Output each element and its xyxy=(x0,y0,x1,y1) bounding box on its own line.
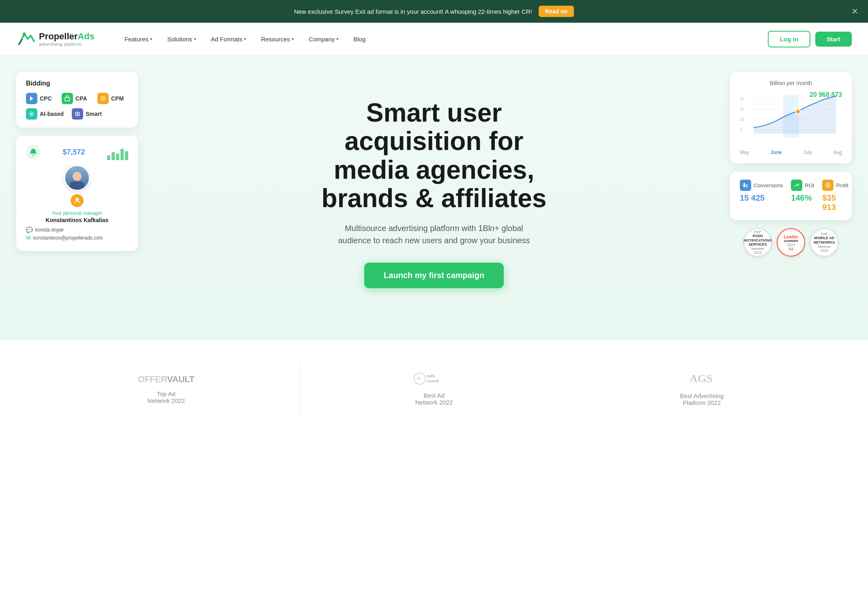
close-icon[interactable]: ✕ xyxy=(851,6,858,16)
traffic-summit-award: Best AdNetwork 2022 xyxy=(415,392,453,406)
traffic-summit-logo: ts traffic summit xyxy=(414,373,454,386)
nav-links: Features ▾ Solutions ▾ Ad Formats ▾ Reso… xyxy=(119,32,768,46)
ts-logo-svg: ts traffic summit xyxy=(414,373,454,385)
nav-company[interactable]: Company ▾ xyxy=(303,32,344,46)
top-banner: New exclusive Survey Exit ad format is i… xyxy=(0,0,868,23)
metric-conversions: Conversions 15 425 xyxy=(740,180,783,203)
svg-text:traffic: traffic xyxy=(427,374,436,378)
bid-ai[interactable]: AI-based xyxy=(26,108,64,120)
hero-title: Smart user acquisition for media agencie… xyxy=(322,98,547,213)
metric-profit-header: Profit xyxy=(822,180,848,191)
svg-text:0: 0 xyxy=(740,127,742,132)
profit-value: $35 913 xyxy=(822,193,848,212)
nav-solutions[interactable]: Solutions ▾ xyxy=(161,32,202,46)
ags-award: Best AdvertisingPlatform 2022 xyxy=(680,392,724,406)
svg-text:summit: summit xyxy=(427,379,439,383)
bid-smart[interactable]: Smart xyxy=(72,108,102,120)
svg-rect-18 xyxy=(746,184,748,187)
svg-point-4 xyxy=(31,113,32,115)
manager-row-top: $7,572 xyxy=(26,144,128,160)
cpm-icon xyxy=(97,93,109,104)
svg-rect-17 xyxy=(743,183,745,187)
cpa-icon xyxy=(62,93,73,104)
logo[interactable]: PropellerAds advertising platform xyxy=(16,29,95,49)
bar-1 xyxy=(107,155,110,160)
manager-label: Your personal manager xyxy=(26,210,128,216)
metric-conversions-header: Conversions xyxy=(740,180,783,191)
launch-campaign-button[interactable]: Launch my first campaign xyxy=(364,263,504,288)
login-button[interactable]: Log in xyxy=(768,31,810,47)
svg-point-0 xyxy=(23,32,26,36)
banner-message: New exclusive Survey Exit ad format is i… xyxy=(294,8,532,15)
chart-labels: May June July Aug xyxy=(740,150,842,155)
chevron-down-icon: ▾ xyxy=(194,36,196,42)
bidding-card: Bidding CPC CPA xyxy=(16,72,138,128)
nav-ad-formats[interactable]: Ad Formats ▾ xyxy=(205,32,252,46)
bar-3 xyxy=(116,154,119,160)
metrics-row: Conversions 15 425 ROI 146% xyxy=(740,180,842,212)
svg-text:AGS: AGS xyxy=(690,372,712,384)
svg-text:20: 20 xyxy=(740,107,744,111)
bid-cpm[interactable]: CPM xyxy=(97,93,128,104)
label-aug: Aug xyxy=(834,150,842,155)
label-may: May xyxy=(740,150,749,155)
roi-value: 146% xyxy=(791,193,814,203)
nav-features[interactable]: Features ▾ xyxy=(119,32,158,46)
bid-cpc[interactable]: CPC xyxy=(26,93,57,104)
partner-ags: AGS Best AdvertisingPlatform 2022 xyxy=(568,360,836,418)
award-push-notifications: TOP PUSH NOTIFICATIONS SERVICES Semrush … xyxy=(743,228,772,257)
ags-logo-svg: AGS xyxy=(690,372,714,384)
hero-section: Bidding CPC CPA xyxy=(0,56,868,339)
metric-roi: ROI 146% xyxy=(791,180,814,203)
profit-label: Profit xyxy=(836,182,848,188)
user-icon xyxy=(71,194,84,207)
bidding-title: Bidding xyxy=(26,80,128,87)
navbar: PropellerAds advertising platform Featur… xyxy=(0,23,868,56)
conversions-label: Conversions xyxy=(754,182,783,188)
profit-icon xyxy=(822,180,834,191)
chevron-down-icon: ▾ xyxy=(292,36,294,42)
metric-profit: Profit $35 913 xyxy=(822,180,848,212)
nav-resources[interactable]: Resources ▾ xyxy=(255,32,300,46)
logo-tagline: advertising platform xyxy=(39,42,95,47)
conversions-value: 15 425 xyxy=(740,193,783,203)
hero-center: Smart user acquisition for media agencie… xyxy=(150,72,718,315)
roi-label: ROI xyxy=(805,182,814,188)
skype-icon: 💬 xyxy=(26,227,33,233)
label-june: June xyxy=(771,150,782,155)
chevron-down-icon: ▾ xyxy=(244,36,246,42)
manager-name: Konstantinos Kafkalias xyxy=(26,217,128,223)
cpc-icon xyxy=(26,93,37,104)
bid-cpa[interactable]: CPA xyxy=(62,93,92,104)
start-button[interactable]: Start xyxy=(815,32,852,47)
partners-section: OFFERVAULT Top AdNetwork 2022 ts traffic… xyxy=(0,339,868,439)
svg-point-6 xyxy=(75,198,79,201)
ags-logo: AGS xyxy=(690,372,714,387)
chart-card: Billion per month 20 968 873 25 20 10 0 xyxy=(730,72,852,163)
awards-card: TOP PUSH NOTIFICATIONS SERVICES Semrush … xyxy=(730,228,852,257)
svg-rect-1 xyxy=(65,98,70,101)
email-contact[interactable]: ✉ konstantinos@propellerads.com xyxy=(26,235,128,241)
nav-actions: Log in Start xyxy=(768,31,852,47)
chevron-down-icon: ▾ xyxy=(150,36,153,42)
award-mobile-ad-networks: TOP MOBILE AD NETWORKS Semrush 2023 xyxy=(810,228,838,257)
manager-card: $7,572 xyxy=(16,136,138,251)
offervault-logo: OFFERVAULT xyxy=(138,374,194,385)
smart-icon xyxy=(72,108,83,120)
ai-icon xyxy=(26,108,37,120)
left-panel: Bidding CPC CPA xyxy=(16,72,138,315)
award-g2-leader: Leader SUMMER 2023 G2 xyxy=(777,228,805,257)
skype-contact[interactable]: 💬 konsta.skype xyxy=(26,227,128,233)
svg-point-3 xyxy=(102,98,104,99)
partner-offervault: OFFERVAULT Top AdNetwork 2022 xyxy=(32,362,300,416)
bar-5 xyxy=(125,151,128,160)
bidding-row2: AI-based Smart xyxy=(26,108,128,120)
label-july: July xyxy=(803,150,812,155)
hero-subtitle: Multisource advertising platform with 1B… xyxy=(329,222,539,246)
manager-avatar-row xyxy=(26,165,128,191)
offervault-award: Top AdNetwork 2022 xyxy=(147,390,185,404)
read-on-button[interactable]: Read on xyxy=(539,6,574,17)
bar-4 xyxy=(120,149,124,160)
roi-icon xyxy=(791,180,802,191)
nav-blog[interactable]: Blog xyxy=(348,32,371,46)
